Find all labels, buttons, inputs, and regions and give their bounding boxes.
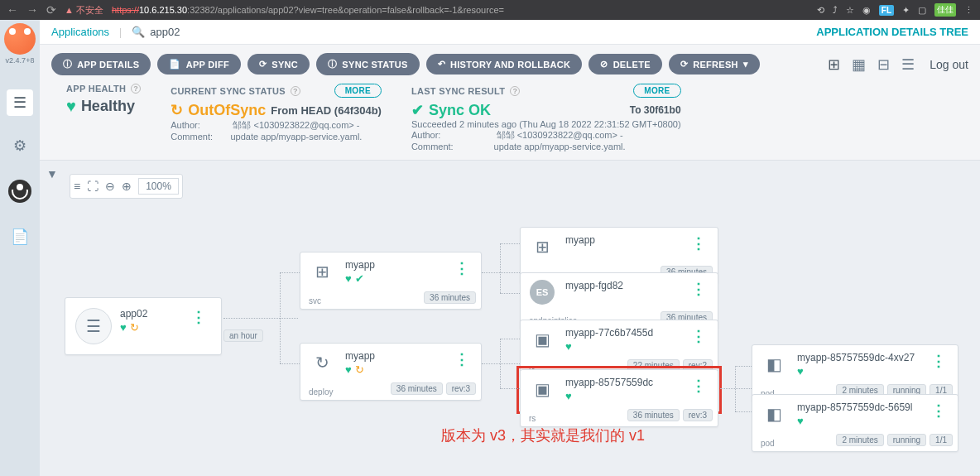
more-button[interactable]: MORE	[633, 84, 680, 98]
sync-status-button[interactable]: ⓘ SYNC STATUS	[316, 53, 420, 75]
node-menu-icon[interactable]: ⋮	[686, 327, 711, 345]
node-menu-icon[interactable]: ⋮	[686, 377, 711, 395]
node-pod-2[interactable]: ◧ myapp-85757559dc-5659l♥ ⋮ pod2 minutes…	[752, 394, 958, 452]
address-bar[interactable]: https://10.6.215.30:32382/applications/a…	[112, 5, 504, 15]
back-icon[interactable]: ←	[7, 3, 18, 17]
rs-icon: ▣	[527, 327, 557, 352]
insecure-warning: ▲ 不安全	[65, 4, 103, 17]
zoom-out-icon[interactable]: ⊖	[105, 180, 115, 193]
pod-icon: ◧	[759, 352, 789, 377]
network-view-icon[interactable]: ⊟	[877, 55, 890, 74]
translate-icon[interactable]: ⟲	[817, 5, 824, 16]
browser-chrome-bar: ← → ⟳ ▲ 不安全 https://10.6.215.30:32382/ap…	[0, 0, 980, 20]
node-menu-icon[interactable]: ⋮	[926, 401, 951, 420]
pod-icon: ◧	[759, 401, 789, 426]
pods-view-icon[interactable]: ▦	[852, 55, 866, 74]
ext-badge[interactable]: FL	[879, 5, 894, 16]
ep-icon: ⊞	[527, 234, 557, 259]
help-icon[interactable]: ?	[510, 86, 520, 96]
align-icon[interactable]: ≡	[74, 180, 80, 193]
age-tag: an hour	[223, 329, 263, 342]
docs-icon[interactable]: 📄	[7, 224, 33, 250]
node-app-root[interactable]: ☰ app02 ♥↻ ⋮	[65, 297, 222, 355]
tree-canvas[interactable]: ▼ ≡ ⛶ ⊖ ⊕ 100% ☰ app02 ♥↻ ⋮ an hour	[40, 160, 980, 476]
extensions-icon[interactable]: ✦	[902, 5, 910, 16]
forward-icon[interactable]: →	[26, 3, 38, 17]
more-button[interactable]: MORE	[334, 84, 382, 98]
left-sidebar: v2.4.7+8 ☰ ⚙ 📄	[0, 20, 40, 476]
app-diff-button[interactable]: 📄 APP DIFF	[157, 54, 241, 75]
list-view-icon[interactable]: ☰	[901, 55, 915, 74]
star-icon[interactable]: ☆	[846, 5, 854, 16]
node-rs-2[interactable]: ▣ myapp-85757559dc♥ ⋮ rs36 minutesrev:3	[520, 369, 718, 427]
breadcrumb: Applications | 🔍 app02 APPLICATION DETAI…	[40, 20, 980, 45]
user-avatar-icon[interactable]	[8, 180, 31, 203]
sync-from: From HEAD (64f304b)	[271, 104, 382, 117]
applications-link[interactable]: Applications	[51, 26, 109, 38]
sync-value: OutOfSync	[188, 102, 266, 119]
share-icon[interactable]: ⤴	[833, 5, 838, 15]
app-stack-icon: ☰	[75, 308, 112, 344]
history-rollback-button[interactable]: ↶ HISTORY AND ROLLBACK	[426, 54, 583, 75]
tree-view-icon[interactable]: ⊞	[828, 55, 840, 74]
node-deploy[interactable]: ↻ myapp♥↻ ⋮ deploy36 minutesrev:3	[300, 343, 482, 401]
node-svc[interactable]: ⊞ myapp♥✔ ⋮ svc36 minutes	[300, 252, 482, 310]
node-menu-icon[interactable]: ⋮	[449, 350, 474, 368]
argo-logo	[4, 23, 36, 55]
heart-icon: ♥	[66, 97, 76, 116]
window-icon[interactable]: ▢	[918, 5, 926, 16]
devtools-icon[interactable]: ◉	[862, 5, 871, 16]
node-menu-icon[interactable]: ⋮	[686, 234, 711, 252]
logout-link[interactable]: Log out	[930, 58, 968, 71]
action-toolbar: ⓘ APP DETAILS 📄 APP DIFF ⟳ SYNC ⓘ SYNC S…	[40, 45, 980, 84]
last-sync-to: To 30f61b0	[630, 104, 681, 116]
help-icon[interactable]: ?	[131, 84, 141, 94]
delete-button[interactable]: ⊘ DELETE	[588, 54, 662, 75]
deploy-icon: ↻	[307, 350, 337, 375]
zoom-in-icon[interactable]: ⊕	[122, 180, 132, 193]
annotation-text: 版本为 v3，其实就是我们的 v1	[441, 426, 645, 445]
settings-gear-icon[interactable]: ⚙	[7, 132, 33, 159]
app-health-label: APP HEALTH	[66, 84, 126, 94]
node-menu-icon[interactable]: ⋮	[686, 280, 711, 298]
zoom-level[interactable]: 100%	[138, 178, 179, 195]
check-icon: ✔	[411, 101, 424, 119]
last-sync-value: Sync OK	[429, 102, 491, 119]
last-sync-time: Succeeded 2 minutes ago (Thu Aug 18 2022…	[411, 119, 681, 129]
node-menu-icon[interactable]: ⋮	[449, 259, 474, 277]
menu-icon[interactable]: ⋮	[964, 5, 973, 16]
profile-badge[interactable]: 佳佳	[934, 3, 956, 17]
svc-icon: ⊞	[307, 259, 337, 284]
app-details-button[interactable]: ⓘ APP DETAILS	[51, 53, 151, 75]
heart-icon: ♥	[120, 321, 127, 334]
fit-icon[interactable]: ⛶	[87, 180, 98, 193]
details-tree-link[interactable]: APPLICATION DETAILS TREE	[816, 26, 968, 38]
filter-icon[interactable]: ▼	[46, 167, 58, 180]
es-icon: ES	[527, 280, 557, 305]
help-icon[interactable]: ?	[291, 86, 300, 96]
app-search[interactable]: 🔍 app02	[132, 26, 180, 38]
node-menu-icon[interactable]: ⋮	[186, 308, 211, 326]
apps-stack-icon[interactable]: ☰	[7, 89, 33, 116]
sync-icon: ↻	[171, 101, 183, 119]
node-menu-icon[interactable]: ⋮	[926, 352, 951, 370]
health-value: Healthy	[81, 98, 135, 115]
sync-icon: ↻	[130, 321, 139, 334]
refresh-button[interactable]: ⟳ REFRESH ▾	[669, 54, 760, 75]
version-label: v2.4.7+8	[6, 56, 35, 65]
sync-button[interactable]: ⟳ SYNC	[247, 54, 310, 75]
rs-icon: ▣	[527, 377, 557, 401]
status-panel: APP HEALTH? ♥Healthy CURRENT SYNC STATUS…	[40, 84, 980, 160]
tree-toolbar: ≡ ⛶ ⊖ ⊕ 100%	[70, 174, 183, 199]
last-sync-label: LAST SYNC RESULT	[411, 86, 505, 96]
reload-icon[interactable]: ⟳	[46, 3, 56, 17]
sync-status-label: CURRENT SYNC STATUS	[171, 86, 286, 96]
